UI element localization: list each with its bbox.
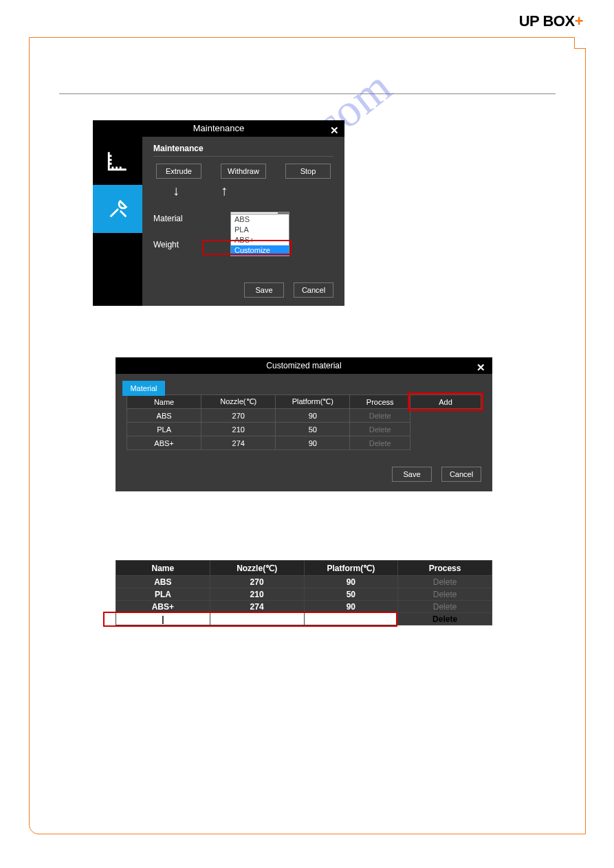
- col-name: Name: [127, 395, 201, 409]
- material-edit-table: Name Nozzle(℃) Platform(℃) Process ABS 2…: [116, 560, 492, 625]
- add-button[interactable]: Add: [410, 395, 481, 409]
- sidebar-item-maintenance[interactable]: [93, 185, 144, 233]
- sidebar-item-calibrate[interactable]: [93, 137, 142, 185]
- maintenance-titlebar: Maintenance ✕: [93, 120, 344, 137]
- cancel-button[interactable]: Cancel: [441, 467, 481, 482]
- maintenance-title-text: Maintenance: [193, 123, 244, 133]
- sidebar: [93, 137, 142, 233]
- table-row: PLA 210 50 Delete: [116, 588, 492, 601]
- maintenance-section-label: Maintenance: [153, 144, 333, 157]
- cancel-button[interactable]: Cancel: [294, 282, 333, 298]
- delete-button[interactable]: Delete: [350, 436, 410, 450]
- stop-button[interactable]: Stop: [285, 164, 331, 179]
- customized-title-text: Customized material: [266, 361, 341, 370]
- highlight-customize: [202, 240, 292, 255]
- highlight-new-row: [103, 612, 397, 627]
- logo-text: UP BOX: [519, 12, 575, 30]
- col-process: Process: [350, 395, 410, 409]
- col-process: Process: [398, 561, 492, 576]
- save-button[interactable]: Save: [244, 282, 284, 298]
- brand-logo: UP BOX+: [519, 12, 583, 30]
- material-tab[interactable]: Material: [122, 381, 165, 396]
- table-row: ABS+ 274 90 Delete: [116, 601, 492, 613]
- save-button[interactable]: Save: [392, 467, 432, 482]
- table-row: ABS 270 90 Delete: [116, 576, 492, 588]
- delete-button[interactable]: Delete: [398, 601, 492, 613]
- delete-button[interactable]: Delete: [398, 613, 492, 625]
- highlight-add: [408, 392, 483, 411]
- ruler-icon: [106, 149, 129, 173]
- col-nozzle: Nozzle(℃): [201, 395, 276, 409]
- col-platform: Platform(℃): [304, 561, 398, 576]
- tools-icon: [107, 197, 130, 221]
- arrow-down-icon: ↓: [173, 183, 179, 199]
- maintenance-body: Maintenance Extrude Withdraw Stop ↓ ↑ Ma…: [142, 137, 344, 306]
- option-pla[interactable]: PLA: [231, 225, 289, 235]
- material-table: Name Nozzle(℃) Platform(℃) Process Add A…: [127, 394, 481, 450]
- withdraw-button[interactable]: Withdraw: [221, 164, 266, 179]
- col-nozzle: Nozzle(℃): [210, 561, 304, 576]
- logo-plus: +: [575, 12, 583, 30]
- option-abs[interactable]: ABS: [231, 214, 289, 225]
- delete-button[interactable]: Delete: [350, 423, 410, 436]
- arrow-up-icon: ↑: [221, 183, 228, 199]
- delete-button[interactable]: Delete: [398, 588, 492, 601]
- customized-material-dialog: Customized material ✕ Material Name Nozz…: [116, 357, 492, 491]
- delete-button[interactable]: Delete: [350, 409, 410, 423]
- col-name: Name: [116, 561, 210, 576]
- extrude-button[interactable]: Extrude: [156, 164, 201, 179]
- delete-button[interactable]: Delete: [398, 576, 492, 588]
- material-label: Material: [153, 214, 230, 223]
- top-divider: [59, 93, 556, 94]
- customized-titlebar: Customized material ✕: [116, 357, 492, 374]
- maintenance-dialog: Maintenance ✕ Maintenance Extrude Withdr…: [93, 120, 344, 306]
- col-platform: Platform(℃): [276, 395, 350, 409]
